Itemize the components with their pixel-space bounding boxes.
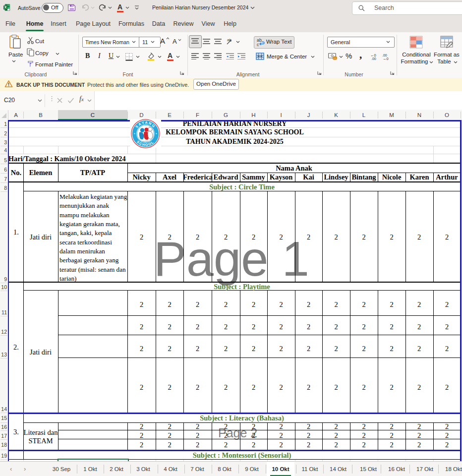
svg-text:.00: .00	[371, 57, 376, 60]
svg-text:→0: →0	[383, 57, 389, 60]
svg-text:ab: ab	[227, 38, 231, 42]
svg-text:c: c	[257, 42, 259, 47]
svg-text:X: X	[4, 5, 7, 9]
svg-text:est 2013: est 2013	[143, 140, 149, 142]
